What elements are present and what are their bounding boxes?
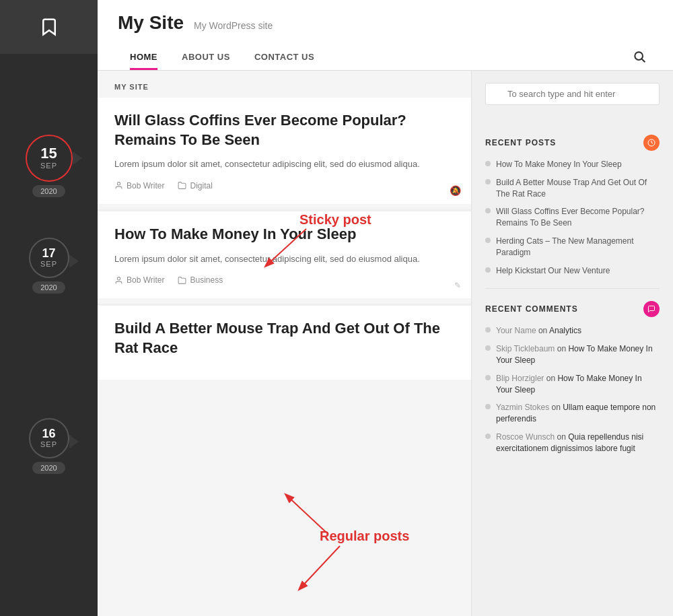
sidebar-logo bbox=[0, 0, 98, 54]
recent-posts-icon bbox=[643, 135, 660, 151]
recent-comment-2: Skip Ticklebaum on How To Make Money In … bbox=[485, 343, 660, 366]
edit-corner-icon: ✎ bbox=[454, 281, 461, 290]
date-circle-3: 16 SEP bbox=[29, 418, 69, 458]
recent-posts-title: RECENT POSTS bbox=[485, 135, 660, 151]
date-year-2: 2020 bbox=[32, 281, 65, 294]
recent-comments-title: RECENT COMMENTS bbox=[485, 301, 660, 317]
date-day-1: 15 bbox=[40, 146, 57, 161]
post-excerpt-2: Lorem ipsum dolor sit amet, consectetur … bbox=[114, 252, 454, 267]
regular-annotation-arrow-up bbox=[286, 495, 326, 533]
bookmark-icon bbox=[39, 17, 59, 37]
regular-annotation-arrow-down bbox=[299, 546, 340, 589]
recent-post-2[interactable]: Build A Better Mouse Trap And Get Out Of… bbox=[485, 177, 660, 200]
recent-comment-1: Your Name on Analytics bbox=[485, 325, 660, 337]
folder-icon-2 bbox=[178, 276, 186, 285]
regular-annotation-text: Regular posts bbox=[320, 528, 409, 543]
recent-post-5[interactable]: Help Kickstart Our New Venture bbox=[485, 265, 660, 277]
nav-about[interactable]: ABOUT US bbox=[170, 44, 242, 70]
search-input[interactable] bbox=[485, 83, 660, 105]
site-subtitle: My WordPress site bbox=[194, 20, 273, 31]
post-title-2[interactable]: How To Make Money In Your Sleep bbox=[114, 225, 454, 244]
recent-comments-icon bbox=[643, 301, 660, 317]
nav-links: HOME ABOUT US CONTACT US bbox=[118, 44, 326, 70]
date-entry-1[interactable]: 15 SEP 2020 bbox=[26, 135, 73, 197]
svg-point-3 bbox=[117, 277, 120, 280]
date-day-3: 16 bbox=[42, 427, 55, 440]
date-month-1: SEP bbox=[40, 161, 57, 170]
header: My Site My WordPress site HOME ABOUT US … bbox=[98, 0, 673, 71]
post-excerpt-1: Lorem ipsum dolor sit amet, consectetur … bbox=[114, 158, 454, 172]
date-year-3: 2020 bbox=[32, 462, 65, 474]
post-card-sticky: Will Glass Coffins Ever Become Popular? … bbox=[98, 98, 471, 204]
svg-line-1 bbox=[642, 59, 645, 63]
post-title-1[interactable]: Will Glass Coffins Ever Become Popular? … bbox=[114, 111, 454, 149]
svg-point-2 bbox=[117, 182, 120, 185]
date-day-2: 17 bbox=[42, 247, 55, 259]
date-entry-2[interactable]: 17 SEP 2020 bbox=[29, 238, 69, 294]
nav-bar: HOME ABOUT US CONTACT US bbox=[118, 43, 653, 70]
widget-divider bbox=[485, 288, 660, 289]
svg-point-0 bbox=[635, 52, 643, 60]
comment-dot-2 bbox=[485, 345, 491, 351]
folder-icon bbox=[178, 181, 186, 190]
nav-home[interactable]: HOME bbox=[118, 44, 170, 70]
comment-icon bbox=[647, 305, 656, 313]
post-meta-2: Bob Writer Business bbox=[114, 275, 454, 285]
recent-post-dot-1 bbox=[485, 161, 491, 166]
date-month-3: SEP bbox=[40, 440, 57, 449]
comment-dot-1 bbox=[485, 327, 491, 333]
date-circle-1: 15 SEP bbox=[26, 135, 73, 182]
post-card-3: Build A Better Mouse Trap And Get Out Of… bbox=[98, 304, 471, 379]
clock-icon bbox=[647, 139, 656, 147]
date-entry-3[interactable]: 16 SEP 2020 bbox=[29, 418, 69, 474]
recent-comment-5: Roscoe Wunsch on Quia repellendus nisi e… bbox=[485, 432, 660, 454]
sidebar-left: 15 SEP 2020 17 SEP 2020 16 SEP 2020 bbox=[0, 0, 98, 616]
date-arrow-2 bbox=[69, 254, 79, 268]
recent-comment-3: Blip Horzigler on How To Make Money In Y… bbox=[485, 373, 660, 396]
post-author-2: Bob Writer bbox=[114, 275, 164, 285]
content-columns: MY SITE Will Glass Coffins Ever Become P… bbox=[98, 71, 673, 616]
post-card-2: How To Make Money In Your Sleep Lorem ip… bbox=[98, 209, 471, 298]
date-year-1: 2020 bbox=[32, 185, 65, 197]
comment-dot-5 bbox=[485, 434, 491, 439]
recent-post-dot-2 bbox=[485, 179, 491, 184]
recent-comment-4: Yazmin Stokes on Ullam eaque tempore non… bbox=[485, 402, 660, 425]
post-category-1: Digital bbox=[178, 181, 212, 191]
nav-contact[interactable]: CONTACT US bbox=[242, 44, 326, 70]
author-icon bbox=[114, 181, 123, 190]
search-wrapper bbox=[485, 83, 660, 120]
date-month-2: SEP bbox=[40, 259, 57, 269]
author-icon-2 bbox=[114, 276, 123, 285]
comment-dot-3 bbox=[485, 375, 491, 380]
site-title: My Site bbox=[118, 12, 184, 34]
search-icon[interactable] bbox=[626, 43, 653, 70]
posts-header: MY SITE bbox=[98, 71, 471, 98]
comment-dot-4 bbox=[485, 404, 491, 409]
recent-post-dot-5 bbox=[485, 267, 491, 273]
post-title-3[interactable]: Build A Better Mouse Trap And Get Out Of… bbox=[114, 319, 454, 357]
recent-post-dot-3 bbox=[485, 208, 491, 213]
date-arrow-1 bbox=[73, 151, 82, 165]
recent-post-4[interactable]: Herding Cats – The New Management Paradi… bbox=[485, 236, 660, 259]
post-meta-1: Bob Writer Digital bbox=[114, 181, 454, 191]
main-area: My Site My WordPress site HOME ABOUT US … bbox=[98, 0, 673, 616]
recent-post-1[interactable]: How To Make Money In Your Sleep bbox=[485, 159, 660, 170]
header-top: My Site My WordPress site bbox=[118, 12, 653, 34]
post-category-2: Business bbox=[178, 275, 223, 285]
date-arrow-3 bbox=[69, 435, 79, 448]
sidebar-right: RECENT POSTS How To Make Money In Your S… bbox=[471, 71, 673, 616]
sticky-corner-icon: 🔕 bbox=[450, 185, 461, 196]
recent-post-3[interactable]: Will Glass Coffins Ever Become Popular? … bbox=[485, 206, 660, 229]
date-circle-2: 17 SEP bbox=[29, 238, 69, 278]
recent-post-dot-4 bbox=[485, 238, 491, 243]
post-author-1: Bob Writer bbox=[114, 181, 164, 191]
posts-area: MY SITE Will Glass Coffins Ever Become P… bbox=[98, 71, 471, 616]
